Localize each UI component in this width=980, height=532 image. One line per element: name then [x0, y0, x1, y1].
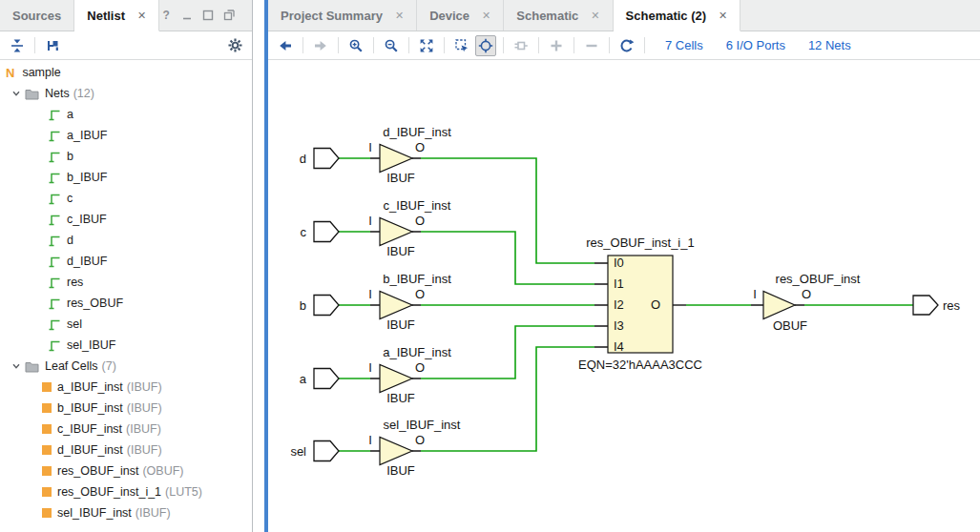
- tree-item-cell[interactable]: c_IBUF_inst(IBUF): [0, 419, 252, 440]
- help-icon[interactable]: ?: [159, 9, 173, 22]
- nets-count[interactable]: 12 Nets: [808, 38, 851, 52]
- chevron-down-icon[interactable]: [11, 361, 21, 371]
- tab-project-summary[interactable]: Project Summary ✕: [268, 0, 417, 31]
- settings-gear-icon[interactable]: [224, 35, 245, 56]
- remove-icon[interactable]: [581, 35, 602, 56]
- tree-item-net[interactable]: c: [0, 188, 252, 209]
- netlist-root-icon: N: [6, 66, 14, 80]
- net-icon: [48, 192, 61, 206]
- tree-item-net[interactable]: sel_IBUF: [0, 335, 252, 356]
- close-icon[interactable]: ✕: [591, 10, 599, 21]
- tree-group-leaf-cells[interactable]: Leaf Cells (7): [0, 356, 252, 377]
- net-icon: [48, 255, 61, 269]
- net-icon: [48, 276, 61, 290]
- float-icon[interactable]: [222, 9, 236, 22]
- expand-cone-icon[interactable]: [511, 35, 532, 56]
- cell-type: (LUT5): [165, 485, 202, 499]
- tree-item-cell[interactable]: d_IBUF_inst(IBUF): [0, 440, 252, 460]
- buffer-triangle[interactable]: [763, 292, 795, 319]
- tree-item-cell[interactable]: sel_IBUF_inst(IBUF): [0, 502, 252, 523]
- port-res[interactable]: [913, 296, 938, 315]
- tree-item-net[interactable]: sel: [0, 314, 252, 335]
- port-sel[interactable]: [314, 441, 339, 461]
- tree-item-cell[interactable]: res_OBUF_inst(OBUF): [0, 460, 252, 481]
- tab-schematic[interactable]: Schematic ✕: [504, 0, 613, 31]
- tree-item-cell[interactable]: res_OBUF_inst_i_1(LUT5): [0, 481, 252, 502]
- cell-type-label: IBUF: [386, 171, 415, 185]
- tree-item-cell[interactable]: a_IBUF_inst(IBUF): [0, 377, 252, 398]
- port-c[interactable]: [314, 222, 339, 242]
- net-label: b: [67, 150, 73, 163]
- close-icon[interactable]: ✕: [482, 10, 490, 21]
- net-sel-ibuf[interactable]: [421, 347, 594, 451]
- regenerate-icon[interactable]: [616, 35, 637, 56]
- tree-root-sample[interactable]: N sample: [0, 62, 252, 83]
- cell-label: res_OBUF_inst: [57, 464, 138, 478]
- schematic-canvas[interactable]: d I O d_IBUF_inst IBUF c I O c_IBUF_inst…: [268, 60, 980, 532]
- port-label: c: [301, 225, 307, 239]
- buffer-triangle[interactable]: [380, 145, 412, 173]
- tab-netlist[interactable]: Netlist ✕: [74, 0, 159, 31]
- add-icon[interactable]: [546, 35, 567, 56]
- port-a[interactable]: [314, 369, 339, 389]
- buffer-triangle[interactable]: [380, 292, 412, 319]
- minimize-icon[interactable]: [180, 9, 194, 22]
- buffer-triangle[interactable]: [380, 438, 412, 465]
- close-icon[interactable]: ✕: [719, 10, 727, 21]
- io-ports-count[interactable]: 6 I/O Ports: [726, 38, 785, 52]
- cell-c-ibuf: c I O c_IBUF_inst IBUF: [301, 198, 451, 258]
- buffer-triangle[interactable]: [380, 218, 412, 246]
- pin-label-o: O: [802, 287, 811, 301]
- cell-lut5: res_OBUF_inst_i_1 I0 I1 I2 I3 I4 O EQN=3…: [578, 235, 702, 372]
- tree-group-nets[interactable]: Nets (12): [0, 83, 252, 104]
- expand-all-icon[interactable]: [42, 35, 63, 56]
- buffer-triangle[interactable]: [380, 365, 412, 393]
- tree-item-net[interactable]: res: [0, 272, 252, 293]
- chevron-down-icon[interactable]: [11, 89, 21, 98]
- pin-label-i: I: [368, 287, 372, 301]
- cell-icon: [42, 382, 52, 392]
- editor-tabbar: Project Summary ✕ Device ✕ Schematic ✕ S…: [268, 0, 980, 31]
- cell-sel-ibuf: sel I O sel_IBUF_inst IBUF: [290, 418, 460, 478]
- net-icon: [48, 171, 61, 185]
- tab-sources[interactable]: Sources: [0, 0, 74, 31]
- collapse-all-icon[interactable]: [7, 35, 28, 56]
- cells-count[interactable]: 7 Cells: [665, 38, 703, 52]
- cell-type: (OBUF): [142, 464, 183, 478]
- instance-label: res_OBUF_inst: [776, 272, 861, 286]
- tree-item-net[interactable]: c_IBUF: [0, 209, 252, 230]
- instance-label: c_IBUF_inst: [384, 198, 451, 213]
- pin-label-i: I: [368, 214, 372, 228]
- tree-item-net[interactable]: d_IBUF: [0, 251, 252, 272]
- tree-item-cell[interactable]: b_IBUF_inst(IBUF): [0, 398, 252, 419]
- maximize-icon[interactable]: [201, 9, 215, 22]
- tab-label: Schematic: [516, 9, 578, 23]
- zoom-selection-icon[interactable]: [451, 35, 472, 56]
- back-icon[interactable]: [275, 35, 296, 56]
- close-icon[interactable]: ✕: [137, 10, 146, 21]
- tab-schematic-2[interactable]: Schematic (2) ✕: [614, 0, 741, 31]
- tree-item-net[interactable]: d: [0, 230, 252, 251]
- autofit-selection-icon[interactable]: [475, 35, 496, 56]
- port-b[interactable]: [314, 296, 339, 316]
- tree-item-net[interactable]: b_IBUF: [0, 167, 252, 188]
- cell-a-ibuf: a I O a_IBUF_inst IBUF: [300, 345, 451, 405]
- pin-label-i: I: [368, 140, 372, 154]
- zoom-out-icon[interactable]: [381, 35, 402, 56]
- port-label: a: [300, 372, 307, 386]
- netlist-toolbar: [0, 31, 252, 60]
- tree-item-net[interactable]: a: [0, 104, 252, 125]
- net-label: d: [67, 234, 73, 247]
- net-icon: [48, 108, 61, 122]
- port-d[interactable]: [314, 149, 339, 169]
- tree-item-net[interactable]: b: [0, 146, 252, 167]
- net-icon: [48, 297, 61, 311]
- zoom-fit-icon[interactable]: [416, 35, 437, 56]
- tree-item-net[interactable]: a_IBUF: [0, 125, 252, 146]
- close-icon[interactable]: ✕: [395, 10, 404, 21]
- schematic-toolbar: 7 Cells 6 I/O Ports 12 Nets: [268, 31, 980, 60]
- zoom-in-icon[interactable]: [345, 35, 366, 56]
- tree-item-net[interactable]: res_OBUF: [0, 293, 252, 314]
- tab-device[interactable]: Device ✕: [417, 0, 504, 31]
- forward-icon[interactable]: [310, 35, 331, 56]
